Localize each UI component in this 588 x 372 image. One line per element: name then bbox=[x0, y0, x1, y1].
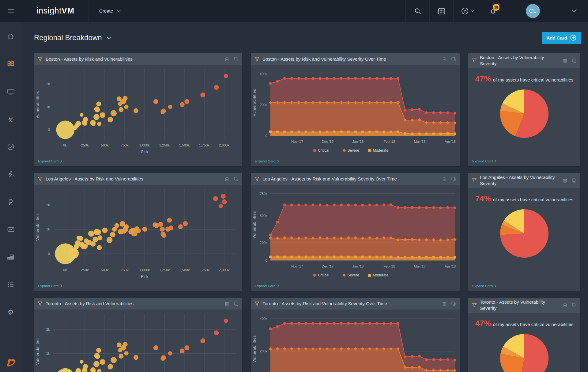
filter-icon[interactable] bbox=[254, 177, 259, 181]
notifications-button[interactable]: 18 bbox=[481, 0, 505, 22]
svg-text:Nov '17: Nov '17 bbox=[291, 140, 303, 143]
delete-card-icon[interactable] bbox=[442, 301, 447, 306]
filter-icon[interactable] bbox=[472, 178, 477, 183]
legend-marker bbox=[313, 149, 316, 152]
dashboard-selector-chevron[interactable] bbox=[107, 36, 111, 39]
home-icon bbox=[7, 32, 15, 40]
copy-card-icon[interactable] bbox=[572, 58, 577, 63]
svg-text:200k: 200k bbox=[260, 103, 267, 107]
svg-text:2,000k: 2,000k bbox=[219, 268, 230, 272]
filter-icon[interactable] bbox=[38, 57, 43, 62]
create-label: Create bbox=[99, 8, 113, 13]
sidebar-item-containers[interactable] bbox=[0, 243, 21, 271]
delete-card-icon[interactable] bbox=[224, 57, 229, 62]
pie-stat: 47%of my assets have critical vulnerabil… bbox=[475, 318, 574, 329]
card-header: Los Angeles - Assets by Risk and Vulnera… bbox=[251, 173, 460, 185]
chart-canvas bbox=[499, 89, 549, 139]
filter-icon[interactable] bbox=[254, 57, 259, 62]
chevron-down-icon bbox=[572, 9, 577, 12]
svg-text:500k: 500k bbox=[101, 143, 109, 147]
svg-text:1,000k: 1,000k bbox=[139, 143, 150, 147]
filter-icon[interactable] bbox=[472, 58, 477, 63]
card-title: Toronto - Assets by Vulnerability Severi… bbox=[480, 299, 560, 312]
filter-icon[interactable] bbox=[472, 303, 477, 308]
sidebar-item-reports[interactable] bbox=[0, 216, 21, 243]
expand-card-link[interactable]: Expand Card bbox=[38, 159, 62, 163]
search-icon bbox=[414, 7, 421, 15]
svg-text:2,000k: 2,000k bbox=[219, 143, 230, 147]
card-boston-area: Boston - Assets by Risk and Vulnerabilit… bbox=[251, 53, 460, 166]
copy-card-icon[interactable] bbox=[451, 57, 456, 62]
delete-card-icon[interactable] bbox=[563, 58, 567, 63]
legend-label: Moderate bbox=[373, 273, 388, 277]
top-navigation-bar: insightVM Create ? bbox=[0, 0, 588, 22]
sidebar-item-policies[interactable] bbox=[0, 133, 21, 161]
svg-text:Feb '18: Feb '18 bbox=[383, 264, 395, 268]
avatar[interactable]: CL bbox=[526, 4, 540, 18]
delete-card-icon[interactable] bbox=[442, 177, 447, 181]
svg-text:200k: 200k bbox=[260, 349, 267, 353]
sidebar-item-vulnerabilities[interactable]: ☣ bbox=[0, 105, 21, 133]
expand-card-label: Expand Card bbox=[472, 159, 493, 163]
svg-text:?: ? bbox=[464, 9, 466, 13]
filter-icon[interactable] bbox=[38, 177, 43, 181]
menu-toggle-button[interactable] bbox=[0, 0, 22, 22]
copy-card-icon[interactable] bbox=[234, 177, 239, 181]
card-header: Toronto - Assets by Risk and Vulnerabili… bbox=[34, 298, 242, 309]
page-title: Regional Breakdown bbox=[34, 33, 102, 42]
calendar-button[interactable] bbox=[429, 0, 453, 22]
sidebar-navigation: ☣ A bbox=[0, 22, 21, 372]
chevron-right-icon bbox=[495, 284, 496, 287]
svg-text:Risk: Risk bbox=[141, 275, 148, 279]
create-menu-button[interactable]: Create bbox=[94, 0, 126, 22]
sidebar-item-assets[interactable] bbox=[0, 78, 21, 105]
help-menu-button[interactable]: ? bbox=[453, 0, 481, 22]
sidebar-item-dashboard[interactable] bbox=[0, 50, 21, 78]
svg-text:1k: 1k bbox=[46, 351, 50, 355]
expand-card-link[interactable]: Expand Card bbox=[255, 159, 279, 163]
svg-text:Mar '18: Mar '18 bbox=[414, 140, 426, 143]
expand-card-link[interactable]: Expand Card bbox=[255, 284, 279, 288]
copy-card-icon[interactable] bbox=[572, 303, 577, 308]
search-button[interactable] bbox=[405, 0, 429, 22]
svg-text:Vulnerabilities: Vulnerabilities bbox=[36, 91, 40, 118]
legend-label: Moderate bbox=[373, 148, 388, 153]
add-card-button[interactable]: Add Card bbox=[542, 32, 582, 44]
app-logo[interactable]: insightVM bbox=[22, 0, 89, 22]
sidebar-item-home[interactable] bbox=[0, 23, 21, 50]
sidebar-item-goals[interactable] bbox=[0, 188, 21, 216]
sidebar-item-settings[interactable]: ⚙ bbox=[0, 298, 21, 326]
topbar-spacer bbox=[126, 0, 405, 22]
svg-text:Vulnerabilities: Vulnerabilities bbox=[252, 211, 257, 238]
user-menu-expander[interactable] bbox=[560, 0, 588, 22]
copy-card-icon[interactable] bbox=[572, 178, 577, 183]
delete-card-icon[interactable] bbox=[224, 177, 229, 181]
expand-card-link[interactable]: Expand Card bbox=[472, 159, 496, 163]
card-toronto-area: Toronto - Assets by Risk and Vulnerabili… bbox=[251, 298, 460, 372]
card-la-pie: Los Angeles - Assets by Vulnerability Se… bbox=[468, 173, 580, 291]
copy-card-icon[interactable] bbox=[451, 301, 456, 306]
copy-card-icon[interactable] bbox=[451, 177, 456, 181]
svg-text:2k: 2k bbox=[46, 328, 50, 331]
delete-card-icon[interactable] bbox=[563, 303, 567, 308]
rapid7-logo bbox=[0, 357, 21, 368]
chart-canvas: 0200k400kNov '17Dec '17Jan '18Feb '18Mar… bbox=[251, 65, 460, 156]
legend-label: Severe bbox=[348, 148, 359, 153]
sidebar-item-list[interactable] bbox=[0, 271, 21, 298]
insightvm-logo: insightVM bbox=[36, 6, 74, 16]
filter-icon[interactable] bbox=[254, 301, 259, 306]
copy-card-icon[interactable] bbox=[234, 301, 239, 306]
sidebar-item-automation[interactable]: A bbox=[0, 161, 21, 188]
user-menu[interactable]: CL bbox=[505, 0, 560, 22]
expand-card-link[interactable]: Expand Card bbox=[38, 284, 62, 288]
filter-icon[interactable] bbox=[38, 301, 43, 306]
delete-card-icon[interactable] bbox=[563, 178, 567, 183]
pie-stat-text: of my assets have critical vulnerabiliti… bbox=[493, 77, 574, 82]
delete-card-icon[interactable] bbox=[224, 301, 229, 306]
copy-card-icon[interactable] bbox=[234, 57, 239, 62]
delete-card-icon[interactable] bbox=[442, 57, 447, 62]
legend-marker bbox=[342, 149, 346, 152]
card-header: Boston - Assets by Vulnerability Severit… bbox=[468, 53, 580, 68]
gear-icon: ⚙ bbox=[8, 309, 14, 316]
expand-card-link[interactable]: Expand Card bbox=[472, 284, 496, 288]
